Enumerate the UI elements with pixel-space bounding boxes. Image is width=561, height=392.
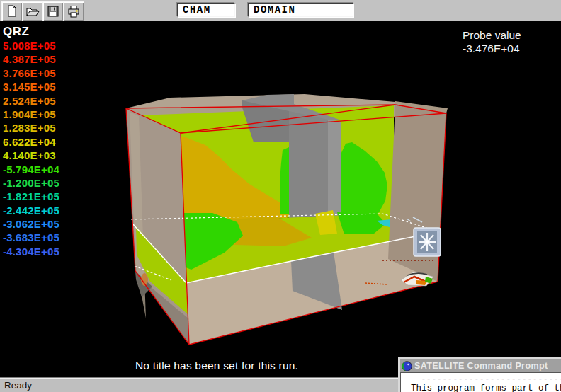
domain-field[interactable]: DOMAIN	[248, 3, 353, 17]
command-prompt-text: This program forms part of the	[411, 384, 561, 392]
legend-value: 5.008E+05	[3, 39, 60, 52]
command-prompt-titlebar[interactable]: SATELLITE Command Prompt	[400, 359, 561, 372]
satellite-globe-icon	[402, 361, 412, 371]
command-prompt-divider: ----------------------------------------…	[421, 374, 561, 384]
satellite-command-prompt-window[interactable]: SATELLITE Command Prompt ---------------…	[398, 357, 561, 392]
legend-entries: 5.008E+054.387E+053.766E+053.145E+052.52…	[3, 39, 60, 258]
new-document-icon	[5, 4, 19, 18]
status-text: Ready	[4, 380, 32, 391]
cham-field[interactable]: CHAM	[177, 3, 235, 17]
open-file-button[interactable]	[22, 1, 43, 21]
open-folder-icon	[26, 4, 40, 18]
toolbar: CHAM DOMAIN	[0, 0, 561, 21]
save-file-button[interactable]	[42, 1, 64, 21]
legend-value: 4.140E+03	[3, 149, 60, 162]
legend-value: -3.683E+05	[3, 231, 60, 244]
application-window: CHAM DOMAIN	[0, 0, 561, 392]
legend-value: -5.794E+04	[3, 163, 60, 176]
command-prompt-title: SATELLITE Command Prompt	[414, 361, 548, 371]
run-title-message: No title has been set for this run.	[68, 359, 366, 372]
printer-icon	[67, 4, 81, 18]
scene-3d[interactable]	[0, 21, 561, 377]
3d-viewport[interactable]: QRZ 5.008E+054.387E+053.766E+053.145E+05…	[0, 21, 561, 377]
legend-value: -2.442E+05	[3, 204, 60, 217]
legend-value: -3.062E+05	[3, 217, 60, 231]
legend-variable-name: QRZ	[3, 25, 60, 39]
save-floppy-icon	[46, 4, 60, 18]
probe-label: Probe value	[463, 28, 521, 42]
legend-value: 1.283E+05	[3, 121, 60, 134]
command-prompt-output[interactable]: ----------------------------------------…	[400, 372, 561, 392]
legend: QRZ 5.008E+054.387E+053.766E+053.145E+05…	[3, 25, 60, 258]
legend-value: 6.622E+04	[3, 135, 60, 149]
legend-value: 4.387E+05	[3, 52, 60, 66]
new-document-button[interactable]	[1, 1, 23, 21]
print-button[interactable]	[63, 1, 84, 21]
legend-value: -1.821E+05	[3, 190, 60, 203]
probe-readout: Probe value -3.476E+04	[463, 28, 521, 55]
legend-value: 3.766E+05	[3, 67, 60, 80]
legend-value: -1.200E+05	[3, 176, 60, 190]
probe-value: -3.476E+04	[463, 42, 521, 55]
legend-value: 1.904E+05	[3, 108, 60, 121]
legend-value: 3.145E+05	[3, 80, 60, 93]
legend-value: 2.524E+05	[3, 94, 60, 108]
legend-value: -4.304E+05	[3, 245, 60, 258]
fan-vent-object[interactable]	[414, 228, 441, 256]
